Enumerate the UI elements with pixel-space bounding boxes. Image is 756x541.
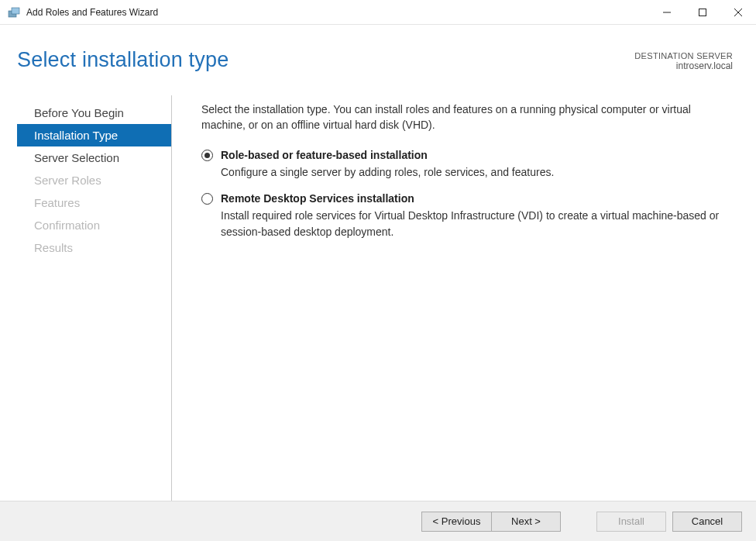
next-button[interactable]: Next > xyxy=(491,512,561,532)
maximize-button[interactable] xyxy=(685,0,720,25)
destination-server-block: DESTINATION SERVER introserv.local xyxy=(634,48,733,71)
option-rds[interactable]: Remote Desktop Services installation xyxy=(201,191,733,206)
page-title: Select installation type xyxy=(17,48,229,72)
destination-server-label: DESTINATION SERVER xyxy=(634,51,733,60)
step-server-roles: Server Roles xyxy=(17,169,171,191)
step-results: Results xyxy=(17,236,171,259)
option-rds-desc: Install required role services for Virtu… xyxy=(221,208,732,239)
previous-button[interactable]: < Previous xyxy=(421,512,491,532)
wizard-body: Before You Begin Installation Type Serve… xyxy=(0,72,756,501)
nav-button-group: < Previous Next > xyxy=(421,512,561,532)
install-button: Install xyxy=(596,512,666,532)
window-title: Add Roles and Features Wizard xyxy=(26,7,649,18)
destination-server-name: introserv.local xyxy=(634,60,733,71)
intro-text: Select the installation type. You can in… xyxy=(201,102,733,133)
step-confirmation: Confirmation xyxy=(17,214,171,236)
option-role-based-desc: Configure a single server by adding role… xyxy=(221,164,732,180)
server-manager-icon xyxy=(8,6,20,19)
close-button[interactable] xyxy=(720,0,756,25)
minimize-button[interactable] xyxy=(649,0,685,25)
svg-rect-1 xyxy=(12,8,19,14)
radio-selected-icon[interactable] xyxy=(201,150,213,161)
option-rds-title: Remote Desktop Services installation xyxy=(221,191,414,206)
header: Select installation type DESTINATION SER… xyxy=(0,25,756,72)
titlebar: Add Roles and Features Wizard xyxy=(0,0,756,25)
step-installation-type[interactable]: Installation Type xyxy=(17,124,171,146)
option-role-based-title: Role-based or feature-based installation xyxy=(221,147,428,163)
svg-rect-3 xyxy=(699,9,706,16)
option-role-based[interactable]: Role-based or feature-based installation xyxy=(201,147,733,163)
wizard-steps-sidebar: Before You Begin Installation Type Serve… xyxy=(17,95,172,501)
step-server-selection[interactable]: Server Selection xyxy=(17,146,171,169)
step-before-you-begin[interactable]: Before You Begin xyxy=(17,102,171,124)
wizard-footer: < Previous Next > Install Cancel xyxy=(0,501,756,541)
radio-unselected-icon[interactable] xyxy=(201,193,213,205)
step-features: Features xyxy=(17,191,171,214)
content-pane: Select the installation type. You can in… xyxy=(172,95,739,501)
cancel-button[interactable]: Cancel xyxy=(672,512,742,532)
window-controls xyxy=(649,0,756,24)
